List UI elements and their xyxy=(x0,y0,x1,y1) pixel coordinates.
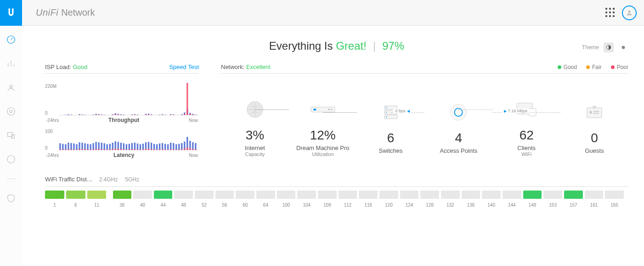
node-5[interactable]: 0Guests xyxy=(560,102,628,154)
svg-rect-184 xyxy=(123,149,124,150)
svg-rect-79 xyxy=(112,115,113,115)
svg-point-215 xyxy=(328,109,329,110)
wifi-ch-149[interactable] xyxy=(523,191,542,199)
svg-rect-167 xyxy=(76,150,77,150)
node-value-5: 0 xyxy=(560,131,628,145)
wifi-tab-5GHz[interactable]: 5GHz xyxy=(125,176,139,183)
svg-rect-120 xyxy=(84,143,85,150)
wifi-ch-136[interactable] xyxy=(462,191,480,199)
sidebar-map[interactable] xyxy=(6,82,17,93)
svg-rect-177 xyxy=(104,150,105,150)
svg-rect-193 xyxy=(148,149,149,150)
wifi-lbl-120: 120 xyxy=(379,202,398,208)
wifi-ch-100[interactable] xyxy=(277,191,296,199)
svg-rect-171 xyxy=(87,150,88,150)
svg-rect-160 xyxy=(195,143,196,150)
node-1[interactable]: 12%Dream Machine ProUtilization xyxy=(289,99,357,157)
wifi-ch-128[interactable] xyxy=(420,191,439,199)
svg-rect-188 xyxy=(134,149,136,150)
svg-rect-141 xyxy=(142,144,144,150)
svg-rect-196 xyxy=(156,150,158,150)
wifi-ch-124[interactable] xyxy=(400,191,419,199)
user-avatar[interactable] xyxy=(622,6,637,20)
svg-rect-199 xyxy=(164,150,166,150)
wifi-ch-11[interactable] xyxy=(87,191,107,199)
wifi-ch-140[interactable] xyxy=(482,191,501,199)
svg-rect-126 xyxy=(101,143,102,150)
svg-rect-140 xyxy=(140,144,141,150)
svg-rect-67 xyxy=(79,115,80,115)
apps-icon[interactable] xyxy=(605,8,616,18)
svg-rect-210 xyxy=(195,149,196,150)
svg-rect-172 xyxy=(90,150,91,150)
node-icon-3 xyxy=(446,102,471,122)
wifi-ch-60[interactable] xyxy=(236,191,254,199)
svg-rect-135 xyxy=(126,144,127,150)
speed-test-link[interactable]: Speed Test xyxy=(169,64,199,70)
topbar: UniFi Network xyxy=(0,0,644,26)
wifi-tabs: 2.4GHz5GHz xyxy=(99,176,139,183)
sidebar-stats[interactable] xyxy=(6,58,17,69)
brand-text: UniFi Network xyxy=(36,7,95,18)
sidebar-security[interactable] xyxy=(6,193,17,204)
sidebar-insights[interactable] xyxy=(6,154,17,165)
main-content: Everything Is Great!|97% Theme ISP Load:… xyxy=(22,26,644,266)
wifi-ch-112[interactable] xyxy=(339,191,357,199)
brand-logo[interactable] xyxy=(0,0,22,26)
theme-light[interactable] xyxy=(604,42,614,52)
sidebar-devices[interactable] xyxy=(6,106,17,117)
wifi-ch-132[interactable] xyxy=(441,191,460,199)
wifi-ch-40[interactable] xyxy=(133,191,152,199)
wifi-ch-64[interactable] xyxy=(256,191,275,199)
svg-point-8 xyxy=(622,46,625,49)
svg-rect-152 xyxy=(173,143,174,150)
wifi-ch-1[interactable] xyxy=(45,191,64,199)
wifi-ch-44[interactable] xyxy=(154,191,173,199)
svg-rect-150 xyxy=(167,144,169,150)
wifi-ch-157[interactable] xyxy=(564,191,583,199)
node-0[interactable]: 3%InternetCapacity xyxy=(221,99,289,157)
svg-rect-200 xyxy=(167,150,169,150)
wifi-ch-161[interactable] xyxy=(585,191,604,199)
svg-rect-73 xyxy=(95,115,96,115)
wifi-ch-153[interactable] xyxy=(543,191,562,199)
wifi-ch-104[interactable] xyxy=(297,191,316,199)
wifi-tab-2.4GHz[interactable]: 2.4GHz xyxy=(99,176,118,183)
svg-rect-97 xyxy=(162,115,163,115)
svg-rect-175 xyxy=(98,149,99,150)
svg-rect-227 xyxy=(593,106,596,109)
wifi-lbl-153: 153 xyxy=(543,202,562,208)
wifi-ch-52[interactable] xyxy=(195,191,214,199)
node-4[interactable]: 62ClientsWiFi xyxy=(492,99,560,157)
wifi-ch-108[interactable] xyxy=(318,191,337,199)
svg-rect-181 xyxy=(115,149,116,150)
hero-title: Everything Is Great!|97% xyxy=(45,40,628,52)
sidebar xyxy=(0,26,22,266)
wifi-lbl-124: 124 xyxy=(400,202,419,208)
svg-rect-202 xyxy=(173,149,174,150)
wifi-ch-6[interactable] xyxy=(66,191,85,199)
svg-rect-162 xyxy=(62,150,63,150)
sidebar-dashboard[interactable] xyxy=(6,34,17,45)
wifi-lbl-60: 60 xyxy=(236,202,254,208)
theme-control: Theme xyxy=(582,42,628,52)
isp-head: ISP Load: Good Speed Test xyxy=(45,64,199,74)
node-icon-1 xyxy=(310,99,336,120)
wifi-ch-56[interactable] xyxy=(215,191,234,199)
wifi-ch-116[interactable] xyxy=(359,191,378,199)
svg-rect-125 xyxy=(98,142,99,150)
wifi-ch-120[interactable] xyxy=(379,191,398,199)
hero-section: Everything Is Great!|97% Theme xyxy=(45,26,628,57)
wifi-ch-144[interactable] xyxy=(503,191,521,199)
wifi-ch-48[interactable] xyxy=(174,191,193,199)
wifi-ch-165[interactable] xyxy=(605,191,624,199)
svg-rect-169 xyxy=(81,149,83,150)
legend-poor: Poor xyxy=(611,64,628,70)
node-2[interactable]: 6Switches xyxy=(357,102,425,154)
legend: Good Fair Poor xyxy=(558,64,628,70)
wifi-ch-36[interactable] xyxy=(113,191,132,199)
svg-rect-138 xyxy=(134,143,136,150)
theme-dark[interactable] xyxy=(618,42,628,52)
svg-rect-100 xyxy=(170,115,171,115)
sidebar-clients[interactable] xyxy=(6,130,17,141)
